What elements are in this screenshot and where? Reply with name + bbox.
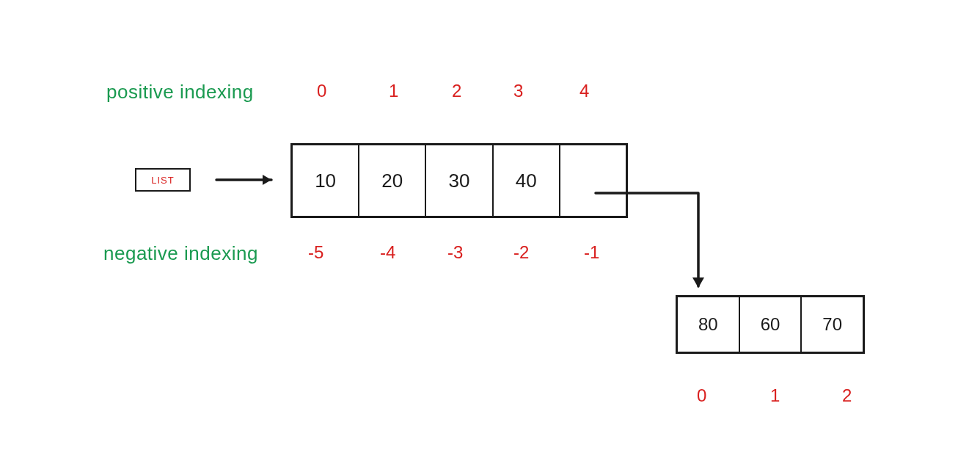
list-label-box: LIST [135, 168, 191, 192]
sub-index-2: 2 [842, 385, 852, 406]
pos-index-3: 3 [513, 81, 523, 101]
arrow-list-to-main [216, 175, 271, 185]
main-array: 10 20 30 40 [290, 143, 628, 218]
negative-indexing-label: negative indexing [103, 242, 258, 265]
main-cell-0: 10 [293, 145, 359, 216]
neg-index-4: -1 [584, 242, 599, 263]
sub-index-0: 0 [697, 385, 706, 406]
sub-cell-2: 70 [802, 297, 863, 352]
main-cell-3: 40 [494, 145, 560, 216]
neg-index-1: -4 [380, 242, 395, 263]
svg-marker-1 [263, 175, 271, 185]
neg-index-0: -5 [308, 242, 323, 263]
main-cell-4 [560, 145, 626, 216]
arrows-layer [0, 0, 980, 450]
svg-marker-2 [692, 277, 704, 288]
pos-index-4: 4 [579, 81, 589, 101]
sub-index-1: 1 [770, 385, 780, 406]
neg-index-2: -3 [447, 242, 463, 263]
main-cell-1: 20 [359, 145, 426, 216]
pos-index-2: 2 [452, 81, 461, 101]
sub-array: 80 60 70 [676, 295, 865, 354]
neg-index-3: -2 [513, 242, 529, 263]
sub-cell-1: 60 [740, 297, 802, 352]
pos-index-0: 0 [317, 81, 326, 101]
pos-index-1: 1 [389, 81, 398, 101]
list-label-text: LIST [151, 175, 174, 186]
positive-indexing-label: positive indexing [106, 81, 254, 104]
sub-cell-0: 80 [678, 297, 740, 352]
main-cell-2: 30 [426, 145, 493, 216]
